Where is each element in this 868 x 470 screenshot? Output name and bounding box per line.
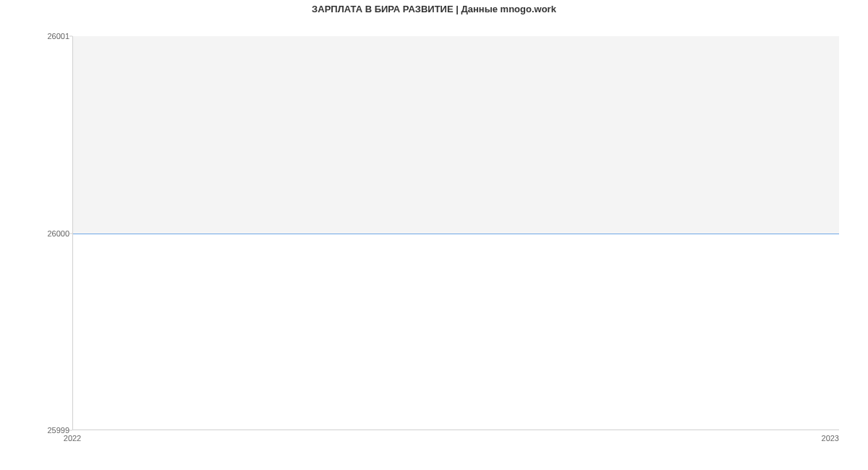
y-tick-label-mid: 26000 xyxy=(4,229,69,238)
salary-chart: ЗАРПЛАТА В БИРА РАЗВИТИЕ | Данные mnogo.… xyxy=(0,0,868,470)
x-axis-line xyxy=(72,430,839,430)
chart-title: ЗАРПЛАТА В БИРА РАЗВИТИЕ | Данные mnogo.… xyxy=(0,4,868,14)
plot-area xyxy=(72,36,839,430)
y-axis-line xyxy=(72,36,73,430)
y-tick-label-top: 26001 xyxy=(4,32,69,40)
y-tick-label-bottom: 25999 xyxy=(4,426,69,435)
x-tick-label-right: 2023 xyxy=(822,434,839,443)
series-area-fill xyxy=(72,36,839,234)
x-tick-label-left: 2022 xyxy=(64,434,81,443)
